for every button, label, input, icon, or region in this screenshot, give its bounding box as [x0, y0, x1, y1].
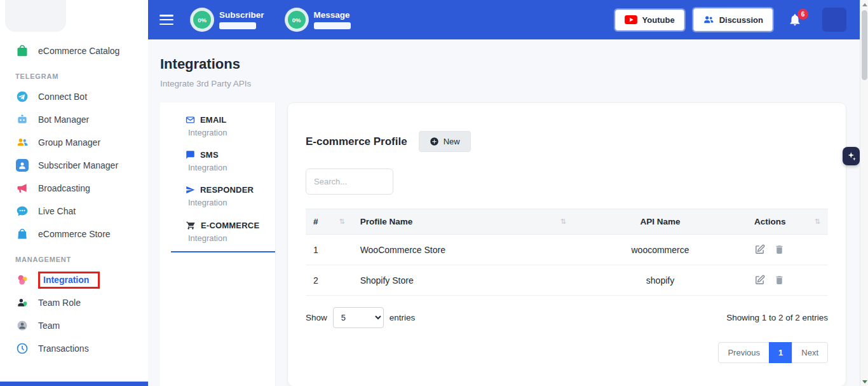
edit-button[interactable]: [754, 244, 765, 255]
sort-icon[interactable]: ⇅: [560, 217, 566, 226]
page-1-button[interactable]: 1: [769, 342, 792, 363]
nav-item-subtitle: Integration: [186, 163, 275, 172]
table-header-row: #⇅ Profile Name⇅ API Name Actions⇅: [306, 209, 828, 235]
delete-button[interactable]: [774, 244, 785, 255]
row-profile-name: Shopify Store: [353, 265, 574, 296]
edit-button[interactable]: [754, 275, 765, 286]
app-logo: [5, 0, 66, 32]
sidebar-item-team-role[interactable]: Team Role: [0, 291, 148, 314]
team-role-icon: [15, 296, 29, 310]
message-stat-value-bar: [314, 22, 351, 29]
youtube-button-label: Youtube: [642, 15, 675, 25]
sidebar-section-telegram: TELEGRAM: [15, 72, 148, 80]
sidebar-item-bot-manager[interactable]: Bot Manager: [0, 108, 148, 131]
sms-icon: [186, 150, 195, 160]
subscriber-progress-ring: 0%: [191, 9, 213, 31]
notifications-button[interactable]: 6: [788, 13, 802, 27]
column-header-profile-name[interactable]: Profile Name⇅: [353, 209, 574, 235]
sort-icon[interactable]: ⇅: [339, 217, 344, 226]
row-num: 1: [306, 235, 353, 265]
nav-item-title: EMAIL: [200, 115, 226, 125]
nav-ecommerce-integration[interactable]: E-COMMERCE Integration: [171, 220, 275, 252]
bot-icon: [15, 113, 29, 127]
row-api-name: shopify: [574, 265, 747, 296]
assistant-floating-button[interactable]: [843, 147, 860, 165]
sidebar-item-ecommerce-catalog[interactable]: eCommerce Catalog: [0, 39, 148, 62]
nav-email-integration[interactable]: EMAIL Integration: [171, 115, 275, 137]
annotation-highlight-box: Integration: [38, 272, 100, 289]
sidebar-item-label: Transactions: [38, 343, 89, 354]
edit-icon: [754, 275, 765, 286]
nav-item-subtitle: Integration: [186, 233, 275, 243]
table-row: 1 WooCommerce Store woocommerce: [306, 235, 828, 265]
youtube-button[interactable]: Youtube: [615, 10, 684, 31]
showing-entries-text: Showing 1 to 2 of 2 entries: [726, 313, 828, 322]
pagination: Previous 1 Next: [306, 342, 828, 363]
scrollbar-thumb[interactable]: [862, 10, 867, 80]
sidebar-item-broadcasting[interactable]: Broadcasting: [0, 177, 148, 200]
nav-item-title: E-COMMERCE: [201, 221, 259, 230]
entries-label: entries: [390, 313, 416, 322]
page-title: Integrations: [160, 56, 846, 72]
sidebar-item-transactions[interactable]: Transactions: [0, 337, 148, 360]
nav-sms-integration[interactable]: SMS Integration: [171, 150, 275, 172]
subscriber-icon: [15, 158, 29, 172]
entries-per-page-select[interactable]: 5: [333, 307, 384, 328]
edit-icon: [754, 244, 765, 255]
subscriber-stat: 0% Subscriber: [191, 9, 264, 31]
nav-item-title: SMS: [200, 150, 219, 160]
show-label: Show: [306, 313, 327, 322]
discussion-icon: [703, 14, 714, 25]
paper-plane-icon: [186, 185, 195, 195]
next-page-button[interactable]: Next: [792, 342, 828, 363]
sidebar-item-live-chat[interactable]: Live Chat: [0, 200, 148, 223]
column-header-num[interactable]: #⇅: [306, 209, 353, 235]
app-window: eCommerce Catalog TELEGRAM Connect Bot B…: [0, 0, 868, 386]
discussion-button[interactable]: Discussion: [693, 8, 773, 31]
user-avatar[interactable]: [822, 8, 846, 32]
vertical-scrollbar[interactable]: [860, 0, 868, 386]
youtube-icon: [625, 15, 637, 24]
trash-icon: [774, 275, 785, 286]
sidebar-item-team[interactable]: Team: [0, 314, 148, 337]
sidebar-item-label: Bot Manager: [38, 114, 89, 125]
plus-circle-icon: [430, 137, 439, 146]
row-num: 2: [306, 265, 353, 296]
scroll-up-arrow[interactable]: [860, 0, 868, 9]
sidebar-item-label: Live Chat: [38, 206, 76, 216]
new-profile-button[interactable]: New: [419, 131, 471, 152]
profiles-table: #⇅ Profile Name⇅ API Name Actions⇅: [306, 209, 828, 296]
sidebar-item-label: Team: [38, 321, 60, 331]
menu-toggle-button[interactable]: [159, 15, 173, 25]
email-icon: [186, 115, 195, 125]
sidebar-item-subscriber-manager[interactable]: Subscriber Manager: [0, 154, 148, 177]
integration-type-nav: EMAIL Integration SMS Integration: [160, 102, 276, 386]
sidebar-item-label: Connect Bot: [38, 92, 87, 102]
sidebar-bottom-strip: [0, 382, 148, 386]
column-header-api-name[interactable]: API Name: [574, 209, 747, 235]
delete-button[interactable]: [774, 275, 785, 286]
column-header-actions[interactable]: Actions⇅: [747, 209, 828, 235]
table-row: 2 Shopify Store shopify: [306, 265, 828, 296]
scroll-down-arrow[interactable]: [860, 377, 868, 386]
search-input[interactable]: [306, 169, 393, 195]
nav-responder-integration[interactable]: RESPONDER Integration: [171, 185, 275, 207]
sort-icon[interactable]: ⇅: [815, 217, 820, 226]
sidebar-item-label: eCommerce Store: [38, 229, 111, 239]
row-profile-name: WooCommerce Store: [353, 235, 574, 265]
nav-item-title: RESPONDER: [200, 185, 254, 195]
sidebar-item-group-manager[interactable]: Group Manager: [0, 131, 148, 154]
subscriber-stat-value-bar: [219, 22, 256, 29]
integration-icon: [15, 273, 29, 287]
cart-icon: [186, 220, 196, 230]
sidebar-item-integration[interactable]: Integration: [0, 268, 148, 291]
chat-bubble-icon: [15, 204, 29, 218]
previous-page-button[interactable]: Previous: [718, 342, 770, 363]
top-header: 0% Subscriber 0% Message Youtu: [148, 0, 868, 39]
sidebar-item-connect-bot[interactable]: Connect Bot: [0, 85, 148, 108]
card-title: E-commerce Profile: [306, 135, 407, 148]
sidebar-item-ecommerce-store[interactable]: eCommerce Store: [0, 223, 148, 245]
sparkle-icon: [846, 151, 857, 162]
message-progress-ring: 0%: [286, 9, 308, 31]
shopping-bag-icon: [15, 44, 29, 58]
